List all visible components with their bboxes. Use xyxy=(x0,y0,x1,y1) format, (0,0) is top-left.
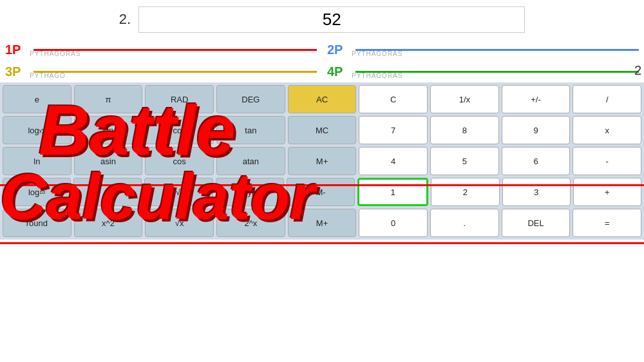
btn-del[interactable]: DEL xyxy=(502,209,571,237)
btn-round[interactable]: round xyxy=(3,209,71,237)
btn-reciprocal[interactable]: 1/x xyxy=(430,85,499,113)
btn-log10[interactable]: log10 xyxy=(3,178,71,206)
calculator-wrapper: Battle Calculator e π RAD DEG AC C 1/x +… xyxy=(0,82,644,240)
btn-cos[interactable]: cos xyxy=(145,116,214,144)
btn-rad[interactable]: RAD xyxy=(145,85,214,113)
btn-multiply[interactable]: x xyxy=(573,116,641,144)
player-sub-2p: PYTHAGORAS xyxy=(352,50,402,57)
btn-3[interactable]: 3 xyxy=(502,178,571,206)
calc-row-4: log10 xy y√x hyp M- 1 2 3 + xyxy=(3,178,641,206)
btn-2x[interactable]: 2^x xyxy=(216,209,285,237)
player-row-1p: 1P PYTHAGORAS xyxy=(0,39,322,61)
player-sub-4p: PYTHAGORAS xyxy=(352,72,402,79)
btn-divide[interactable]: / xyxy=(573,85,641,113)
red-line-top xyxy=(0,184,644,186)
player-row-4p: 4P PYTHAGORAS 2 xyxy=(322,61,644,82)
calc-row-3: ln asin cos atan M+ 4 5 6 - xyxy=(3,147,641,175)
btn-c[interactable]: C xyxy=(359,85,428,113)
player-underline-3p xyxy=(33,71,317,73)
btn-1[interactable]: 1 xyxy=(357,178,428,206)
btn-logyx[interactable]: logyx xyxy=(3,116,71,144)
btn-mminus[interactable]: M- xyxy=(287,178,355,206)
btn-0[interactable]: 0 xyxy=(359,209,428,237)
player-sub-1p: PYTHAGORAS xyxy=(30,50,80,57)
btn-sin[interactable]: sin xyxy=(74,116,143,144)
calc-row-5: round x^2 √x 2^x M+ 0 . DEL = xyxy=(3,209,641,237)
btn-x2[interactable]: x^2 xyxy=(74,209,143,237)
btn-sqrt[interactable]: √x xyxy=(145,209,214,237)
calc-rows: e π RAD DEG AC C 1/x +/- / logyx sin cos… xyxy=(0,82,644,240)
player-label-2p: 2P xyxy=(327,43,350,57)
player-row-3p: 3P PYTHAGO xyxy=(0,61,322,82)
btn-7[interactable]: 7 xyxy=(359,116,428,144)
btn-ac[interactable]: AC xyxy=(288,85,357,113)
player-rows: 1P PYTHAGORAS 2P PYTHAGORAS 3P PYTHAGO 4… xyxy=(0,39,644,82)
btn-acos[interactable]: cos xyxy=(145,147,214,175)
btn-asin[interactable]: asin xyxy=(74,147,143,175)
btn-add[interactable]: + xyxy=(573,178,641,206)
btn-9[interactable]: 9 xyxy=(502,116,571,144)
red-line-bottom xyxy=(0,242,644,244)
player-row-2p: 2P PYTHAGORAS xyxy=(322,39,644,61)
btn-plusminus[interactable]: +/- xyxy=(502,85,571,113)
btn-e[interactable]: e xyxy=(3,85,71,113)
player-label-4p: 4P xyxy=(327,64,350,79)
calc-row-1: e π RAD DEG AC C 1/x +/- / xyxy=(3,85,641,113)
player-score-4p: 2 xyxy=(634,63,641,78)
btn-8[interactable]: 8 xyxy=(430,116,499,144)
btn-deg[interactable]: DEG xyxy=(216,85,285,113)
btn-hyp[interactable]: hyp xyxy=(216,178,284,206)
btn-pi[interactable]: π xyxy=(74,85,143,113)
player-sub-3p: PYTHAGO xyxy=(30,72,66,79)
btn-5[interactable]: 5 xyxy=(430,147,499,175)
btn-subtract[interactable]: - xyxy=(573,147,641,175)
btn-mr[interactable]: M+ xyxy=(288,147,357,175)
player-label-1p: 1P xyxy=(5,43,28,57)
btn-ln[interactable]: ln xyxy=(3,147,71,175)
btn-4[interactable]: 4 xyxy=(359,147,428,175)
btn-yroot[interactable]: y√x xyxy=(144,178,213,206)
btn-6[interactable]: 6 xyxy=(502,147,571,175)
btn-decimal[interactable]: . xyxy=(430,209,499,237)
display-area: 2. xyxy=(0,0,644,39)
btn-2[interactable]: 2 xyxy=(431,178,499,206)
btn-mc[interactable]: MC xyxy=(288,116,357,144)
btn-mplus[interactable]: M+ xyxy=(288,209,357,237)
display-label: 2. xyxy=(119,11,131,28)
player-label-3p: 3P xyxy=(5,64,28,79)
calc-row-2: logyx sin cos tan MC 7 8 9 x xyxy=(3,116,641,144)
btn-atan[interactable]: atan xyxy=(216,147,285,175)
btn-tan[interactable]: tan xyxy=(216,116,285,144)
display-input[interactable] xyxy=(138,6,525,33)
btn-equals[interactable]: = xyxy=(573,209,641,237)
btn-xy[interactable]: xy xyxy=(73,178,142,206)
